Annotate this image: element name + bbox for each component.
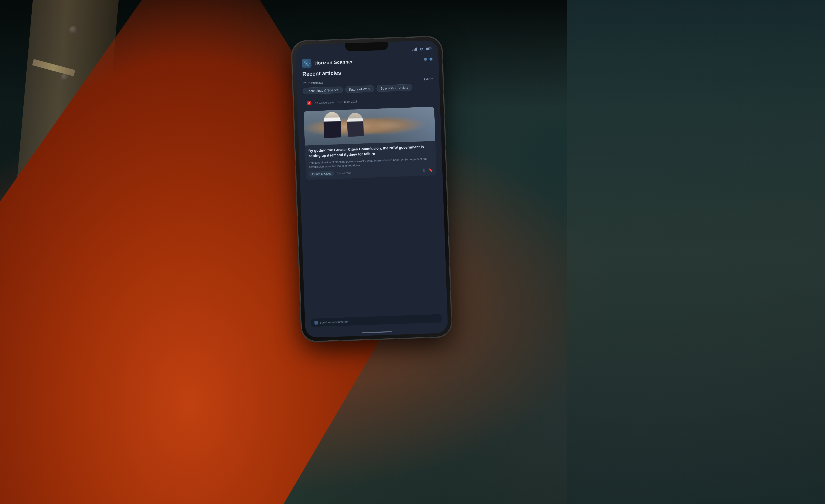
article-source-row: C The Conversation Tue Jul 04 2023: [303, 94, 434, 107]
interests-label: Your interests: [302, 81, 323, 85]
figure-person-1: [323, 112, 342, 138]
phone-screen: Horizon Scanner Recent articles Your int…: [295, 40, 448, 338]
home-bar: [362, 331, 392, 333]
svg-point-9: [306, 63, 307, 64]
background-screw-1: [69, 26, 77, 34]
phone-body: Horizon Scanner Recent articles Your int…: [291, 36, 452, 342]
edit-label: Edit: [424, 77, 430, 81]
background-right: [567, 0, 825, 504]
app-logo-svg: [303, 60, 310, 67]
url-domain-icon: ⊙: [314, 321, 318, 325]
article-category-tag[interactable]: Future of Cities: [309, 171, 334, 177]
interest-tag-tech-science[interactable]: Technology & Science: [303, 86, 343, 94]
app-logo: [302, 59, 312, 68]
phone-device: Horizon Scanner Recent articles Your int…: [291, 36, 452, 342]
app-title-text: Horizon Scanner: [314, 59, 353, 66]
article-title: By gutting the Greater Cities Commission…: [308, 144, 432, 159]
svg-rect-1: [414, 49, 415, 51]
edit-button[interactable]: Edit ✏: [424, 77, 433, 81]
home-indicator: [305, 326, 448, 338]
svg-rect-2: [415, 48, 416, 51]
interest-tag-business-society[interactable]: Business & Society: [376, 84, 412, 92]
article-image-right-fade: [375, 107, 435, 143]
article-read-time: 5 mins read: [336, 171, 351, 175]
interests-section: Your interests Edit ✏ Technology & Scien…: [302, 77, 434, 94]
source-text: The Conversation Tue Jul 04 2023: [313, 100, 357, 104]
header-action-dot-2[interactable]: [430, 58, 433, 61]
svg-rect-5: [426, 48, 430, 50]
figure-person-2: [347, 112, 364, 137]
header-action-dot-1[interactable]: [424, 58, 427, 61]
url-text: portal.smenavigator.dk: [320, 320, 348, 324]
signal-icon: [412, 48, 417, 51]
svg-rect-0: [412, 50, 414, 51]
app-logo-title: Horizon Scanner: [302, 57, 353, 68]
article-card[interactable]: By gutting the Greater Cities Commission…: [304, 107, 437, 180]
bookmark-icon[interactable]: 🔖: [429, 168, 433, 172]
header-actions[interactable]: [424, 58, 433, 61]
edit-pencil-icon: ✏: [431, 77, 433, 81]
article-excerpt: The centralisation of planning power is …: [309, 157, 433, 169]
article-content: By gutting the Greater Cities Commission…: [305, 141, 436, 172]
source-logo-icon: C: [307, 101, 311, 106]
screen-content: Horizon Scanner Recent articles Your int…: [295, 40, 448, 338]
status-icons: [412, 47, 432, 51]
interest-tag-future-work[interactable]: Future of Work: [345, 85, 374, 93]
svg-rect-3: [416, 48, 417, 51]
wifi-icon: [419, 47, 424, 51]
share-icon[interactable]: ⎙: [423, 168, 425, 172]
interests-tags: Technology & Science Future of Work Busi…: [303, 83, 434, 94]
phone-notch: [345, 42, 388, 52]
svg-rect-6: [431, 48, 432, 49]
battery-icon: [426, 47, 432, 51]
article-image: [304, 107, 435, 146]
article-footer-actions: ⎙ 🔖: [423, 168, 433, 172]
scroll-content: Recent articles Your interests Edit ✏ Te…: [296, 66, 448, 317]
